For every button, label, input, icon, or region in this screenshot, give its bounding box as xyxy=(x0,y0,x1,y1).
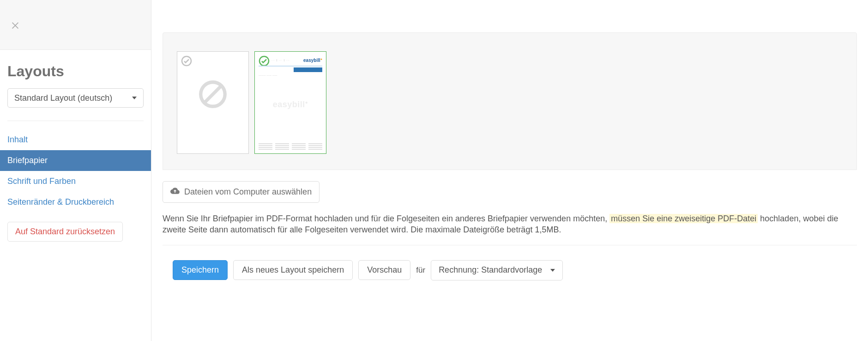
svg-line-2 xyxy=(204,85,222,103)
sidebar-topbar xyxy=(0,0,151,50)
sidebar-title: Layouts xyxy=(7,63,144,80)
info-text: Wenn Sie Ihr Briefpapier im PDF-Format h… xyxy=(163,213,857,245)
thumbnails-panel: ··· | ··· | ··· easybill● ——— —— —— easy… xyxy=(163,32,857,170)
save-button[interactable]: Speichern xyxy=(173,260,228,280)
upload-file-button[interactable]: Dateien vom Computer auswählen xyxy=(163,181,319,203)
thumb-header: ··· | ··· | ··· easybill● xyxy=(271,57,322,63)
save-as-button[interactable]: Als neues Layout speichern xyxy=(233,260,353,280)
layout-select[interactable]: Standard Layout (deutsch) xyxy=(7,88,144,108)
preview-button[interactable]: Vorschau xyxy=(358,260,410,280)
for-label: für xyxy=(416,266,425,275)
chevron-down-icon xyxy=(132,97,137,99)
divider xyxy=(7,121,144,121)
layout-select-label: Standard Layout (deutsch) xyxy=(14,93,112,103)
thumb-watermark: easybill● xyxy=(273,100,308,110)
action-bar: Speichern Als neues Layout speichern Vor… xyxy=(163,260,857,280)
main-content: ··· | ··· | ··· easybill● ——— —— —— easy… xyxy=(151,0,868,341)
sidebar: Layouts Standard Layout (deutsch) Inhalt… xyxy=(0,0,151,341)
check-circle-icon xyxy=(181,55,192,67)
chevron-down-icon xyxy=(550,269,555,272)
sidebar-item-inhalt[interactable]: Inhalt xyxy=(0,129,151,150)
reset-button[interactable]: Auf Standard zurücksetzen xyxy=(7,222,123,242)
stationery-thumb-easybill[interactable]: ··· | ··· | ··· easybill● ——— —— —— easy… xyxy=(254,51,326,154)
sidebar-item-seitenraender[interactable]: Seitenränder & Druckbereich xyxy=(0,192,151,213)
no-entry-icon xyxy=(197,78,229,110)
upload-file-label: Dateien vom Computer auswählen xyxy=(184,187,312,197)
check-circle-icon xyxy=(259,55,270,67)
sidebar-nav: Inhalt Briefpapier Schrift und Farben Se… xyxy=(0,129,151,213)
sidebar-item-schrift-farben[interactable]: Schrift und Farben xyxy=(0,171,151,192)
info-highlight: müssen Sie eine zweiseitige PDF-Datei xyxy=(609,214,758,223)
stationery-thumb-none[interactable] xyxy=(177,51,249,154)
preview-template-select[interactable]: Rechnung: Standardvorlage xyxy=(431,260,563,280)
preview-select-label: Rechnung: Standardvorlage xyxy=(439,265,542,275)
cloud-upload-icon xyxy=(170,186,180,198)
close-icon[interactable] xyxy=(10,20,20,30)
sidebar-item-briefpapier[interactable]: Briefpapier xyxy=(0,150,151,171)
